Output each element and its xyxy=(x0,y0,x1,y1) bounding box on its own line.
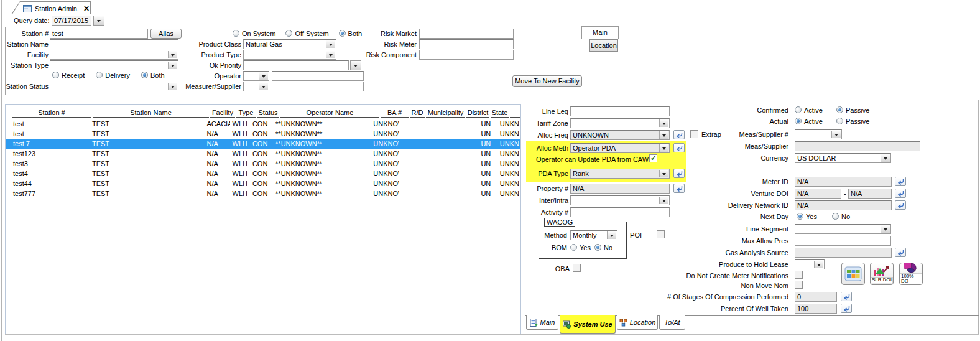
alloc-meth-dropdown-button[interactable] xyxy=(659,144,668,152)
measurer-supplier-code-combo[interactable] xyxy=(243,82,269,91)
wacog-method-dropdown-button[interactable] xyxy=(607,231,616,239)
produce-hold-dropdown-button[interactable] xyxy=(814,261,823,268)
table-row[interactable]: test44TESTN/AWLHCON**UNKNOWN**UNKNOWNUNU… xyxy=(6,179,520,189)
radio-dot[interactable] xyxy=(836,106,843,113)
venture-doi-revert-button[interactable] xyxy=(895,189,906,198)
query-date-field[interactable]: 07/17/2015 xyxy=(52,16,91,26)
delivery-network-input[interactable]: N/A xyxy=(795,200,892,210)
property-no-input[interactable]: N/A xyxy=(570,184,670,194)
measurer-supplier-dropdown-button[interactable] xyxy=(259,83,268,90)
meas-supplier-input[interactable] xyxy=(795,141,920,151)
hundred-percent-do-button[interactable]: 100% DO xyxy=(899,263,923,285)
pda-type-dropdown-button[interactable] xyxy=(659,170,668,177)
table-row[interactable]: test3TESTN/AWLHCON**UNKNOWN**UNKNOWNUNUN… xyxy=(6,159,520,169)
station-status-combo[interactable] xyxy=(50,82,178,91)
radio-delivery[interactable]: Delivery xyxy=(96,72,130,79)
radio-passive[interactable]: Passive xyxy=(836,106,870,114)
product-type-combo[interactable] xyxy=(243,50,336,60)
actual-radiogroup[interactable]: ActivePassive xyxy=(795,117,870,125)
radio-dot[interactable] xyxy=(339,30,346,37)
receipt-delivery-radiogroup[interactable]: ReceiptDeliveryBoth xyxy=(52,71,165,79)
table-row[interactable]: test 7TESTN/AWLHCON**UNKNOWN**UNKNOWNUNU… xyxy=(6,139,520,149)
gas-analysis-input[interactable] xyxy=(795,248,892,258)
radio-dot[interactable] xyxy=(570,244,577,251)
column-header[interactable]: Municipality xyxy=(426,108,465,118)
pda-type-combo[interactable]: Rank xyxy=(570,169,670,179)
radio-dot[interactable] xyxy=(795,118,802,124)
line-segment-dropdown-button[interactable] xyxy=(881,225,890,233)
radio-dot[interactable] xyxy=(836,118,843,124)
radio-dot[interactable] xyxy=(795,106,802,113)
stages-compression-revert-button[interactable] xyxy=(841,292,852,301)
non-move-nom-checkbox[interactable] xyxy=(795,281,803,289)
alloc-freq-combo[interactable]: UNKNOWN xyxy=(570,130,670,140)
wacog-method-combo[interactable]: Monthly xyxy=(570,230,617,240)
ok-priority-dropdown-button[interactable] xyxy=(350,60,361,70)
table-row[interactable]: test777TESTN/AWLHCON**UNKNOWN**UNKNOWNUN… xyxy=(6,189,520,199)
station-type-dropdown-button[interactable] xyxy=(168,62,177,69)
tab-to-at[interactable]: To/At xyxy=(659,315,685,330)
radio-dot[interactable] xyxy=(96,72,103,78)
tab-system-use[interactable]: System Use xyxy=(560,315,616,334)
operator-update-checkbox[interactable] xyxy=(649,154,657,162)
gas-analysis-revert-button[interactable] xyxy=(895,248,906,257)
risk-component-input[interactable] xyxy=(419,50,514,60)
product-class-dropdown-button[interactable] xyxy=(326,40,335,48)
operator-code-combo[interactable] xyxy=(243,71,269,81)
side-tab-location[interactable]: Location xyxy=(589,39,618,52)
tab-main[interactable]: Main xyxy=(526,315,558,330)
close-icon[interactable]: ✕ xyxy=(83,4,90,13)
measurer-supplier-name-input[interactable] xyxy=(272,82,364,91)
alloc-meth-combo[interactable]: Operator PDA xyxy=(570,143,670,153)
column-header[interactable]: Operator Name xyxy=(280,108,379,118)
radio-passive[interactable]: Passive xyxy=(836,118,870,125)
delivery-network-revert-button[interactable] xyxy=(895,200,906,210)
meter-id-input[interactable]: N/A xyxy=(795,177,892,187)
station-status-dropdown-button[interactable] xyxy=(168,83,177,90)
product-class-combo[interactable]: Natural Gas xyxy=(243,39,336,49)
radio-dot[interactable] xyxy=(141,72,148,78)
bom-radiogroup[interactable]: YesNo xyxy=(570,243,612,251)
radio-dot[interactable] xyxy=(285,30,292,37)
table-row[interactable]: testTESTACACIANWLHCON**UNKNOWN**UNKNOWNU… xyxy=(6,119,520,129)
next-day-radiogroup[interactable]: YesNo xyxy=(797,212,850,220)
column-header[interactable]: State xyxy=(491,108,509,118)
grid-view-button[interactable] xyxy=(841,263,865,285)
alias-button[interactable]: Alias xyxy=(150,29,182,39)
radio-off-system[interactable]: Off System xyxy=(285,30,328,37)
radio-dot[interactable] xyxy=(797,213,803,220)
risk-market-input[interactable] xyxy=(419,29,514,39)
facility-combo[interactable] xyxy=(50,50,178,60)
radio-yes[interactable]: Yes xyxy=(570,244,591,251)
pda-type-revert-button[interactable] xyxy=(673,169,685,178)
station-type-combo[interactable] xyxy=(50,60,178,70)
venture-doi-input-1[interactable]: N/A xyxy=(795,189,841,199)
slr-doi-button[interactable]: SLR DOI xyxy=(870,263,894,285)
max-allow-pres-input[interactable] xyxy=(795,236,891,246)
meas-supplier-no-dropdown-button[interactable] xyxy=(831,131,841,138)
percent-well-input[interactable]: 100 xyxy=(795,304,837,314)
oba-checkbox[interactable] xyxy=(573,264,581,272)
query-date-dropdown-button[interactable] xyxy=(93,16,104,26)
currency-combo[interactable]: US DOLLAR xyxy=(795,153,891,163)
table-row[interactable]: testTESTN/AWLHCON**UNKNOWN**UNKNOWNUNUNK… xyxy=(6,129,520,139)
column-header[interactable]: District xyxy=(466,108,489,118)
risk-meter-input[interactable] xyxy=(419,39,514,49)
radio-dot[interactable] xyxy=(594,244,601,251)
column-header[interactable]: Type xyxy=(236,108,256,118)
radio-active[interactable]: Active xyxy=(795,106,823,114)
station-name-input[interactable] xyxy=(50,39,178,49)
line-segment-combo[interactable] xyxy=(795,224,891,234)
venture-doi-input-2[interactable]: N/A xyxy=(848,189,892,199)
ok-priority-input[interactable] xyxy=(243,60,349,70)
radio-active[interactable]: Active xyxy=(795,118,823,125)
column-header[interactable]: Station Name xyxy=(93,108,209,118)
radio-yes[interactable]: Yes xyxy=(797,213,817,220)
inter-intra-combo[interactable] xyxy=(570,195,670,205)
column-header[interactable]: Facility xyxy=(210,108,235,118)
radio-dot[interactable] xyxy=(52,72,59,78)
radio-on-system[interactable]: On System xyxy=(233,30,275,37)
column-header[interactable]: BA # xyxy=(381,108,409,118)
move-to-new-facility-button[interactable]: Move To New Facility xyxy=(512,75,582,87)
radio-no[interactable]: No xyxy=(832,213,850,220)
